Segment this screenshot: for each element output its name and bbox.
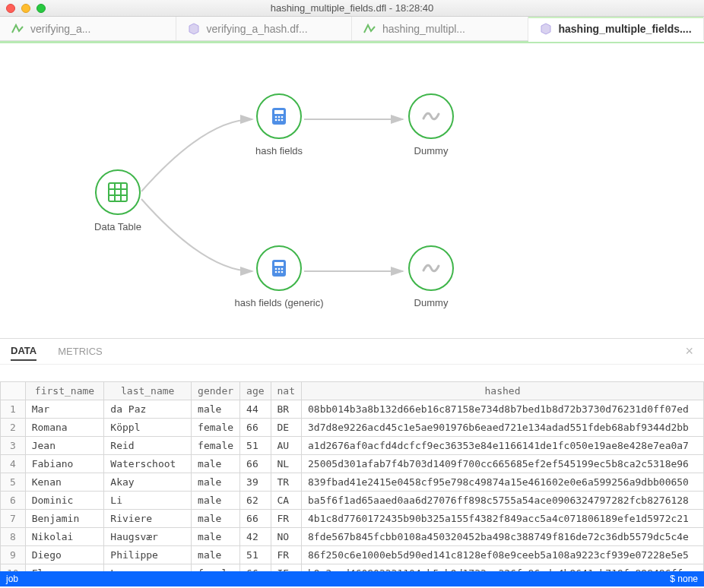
node-hash-fields[interactable]: hash fields	[245, 93, 313, 156]
svg-point-18	[278, 268, 281, 270]
table-cell: 42	[240, 528, 271, 546]
node-label: hash fields	[245, 145, 313, 156]
table-cell: a1d2676af0acfd4dcfcf9ec36353e84e1166141d…	[302, 437, 704, 455]
table-cell: BR	[271, 400, 301, 419]
panel-tab-metrics[interactable]: METRICS	[58, 343, 103, 360]
row-number: 6	[1, 492, 26, 510]
calculator-icon	[256, 93, 302, 139]
table-cell: AU	[271, 437, 301, 455]
node-label: Dummy	[397, 145, 465, 156]
row-number: 2	[1, 419, 26, 437]
svg-point-21	[278, 271, 281, 273]
row-number: 9	[1, 546, 26, 564]
node-label: hash fields (generic)	[222, 297, 336, 308]
data-table: first_name last_name gender age nat hash…	[0, 381, 704, 571]
table-cell: 3d7d8e9226acd45c1e5ae901976b6eaed721e134…	[302, 419, 704, 437]
tab-label: hashing_multipl...	[382, 23, 465, 35]
table-icon	[95, 169, 141, 215]
table-cell: CA	[271, 492, 301, 510]
table-cell: male	[192, 473, 240, 492]
table-cell: Romana	[25, 419, 104, 437]
tab-hashing-multiple-fields[interactable]: hashing_multiple_fields....	[528, 17, 705, 40]
node-label: Dummy	[397, 297, 465, 308]
table-cell: 66	[240, 510, 271, 528]
table-cell: FR	[271, 510, 301, 528]
table-cell: FR	[271, 546, 301, 564]
table-cell: female	[192, 419, 240, 437]
table-cell: DE	[271, 419, 301, 437]
table-cell: 86f250c6e1000eb5d90ed141c8128ef08e9ceeb5…	[302, 546, 704, 564]
table-row[interactable]: 5KenanAkaymale39TR839fbad41e2415e0458cf9…	[1, 473, 704, 492]
table-cell: da Paz	[104, 400, 192, 419]
table-row[interactable]: 1Marda Pazmale44BR08bb014b3a8b132d66eb16…	[1, 400, 704, 419]
table-cell: male	[192, 492, 240, 510]
table-cell: 8fde567b845fcbb0108a450320452ba498c38874…	[302, 528, 704, 546]
flow-icon	[11, 22, 24, 36]
svg-point-22	[281, 271, 284, 273]
table-cell: male	[192, 510, 240, 528]
panel-tab-data[interactable]: DATA	[11, 342, 36, 361]
table-row[interactable]: 2RomanaKöpplfemale66DE3d7d8e9226acd45c1e…	[1, 419, 704, 437]
table-row[interactable]: 8NikolaiHaugsværmale42NO8fde567b845fcbb0…	[1, 528, 704, 546]
window-titlebar: hashing_multiple_fields.dfl - 18:28:40	[0, 0, 704, 17]
table-cell: Köppl	[104, 419, 192, 437]
tab-verifying-a[interactable]: verifying_a...	[0, 17, 176, 40]
status-left[interactable]: job	[6, 574, 18, 584]
row-number: 1	[1, 400, 26, 419]
table-cell: Philippe	[104, 546, 192, 564]
col-age[interactable]: age	[240, 382, 271, 400]
data-sheet-scroll[interactable]: first_name last_name gender age nat hash…	[0, 365, 704, 571]
tab-label: verifying_a_hash.df...	[207, 23, 308, 35]
calculator-icon	[256, 245, 302, 291]
table-cell: male	[192, 455, 240, 473]
table-row[interactable]: 10FlorenceLarsonfemale66IEb9c2ccd4608033…	[1, 564, 704, 572]
col-last-name[interactable]: last_name	[104, 382, 192, 400]
table-cell: TR	[271, 473, 301, 492]
row-number: 8	[1, 528, 26, 546]
node-dummy-bottom[interactable]: Dummy	[397, 245, 465, 308]
svg-point-17	[275, 268, 277, 270]
table-cell: Larson	[104, 564, 192, 572]
panel-tabs: DATA METRICS ×	[0, 339, 704, 365]
table-cell: 51	[240, 437, 271, 455]
flow-canvas[interactable]: Data Table hash fields Dummy hash fields…	[0, 43, 704, 338]
table-cell: 839fbad41e2415e0458cf95e798c49874a15e461…	[302, 473, 704, 492]
svg-rect-8	[274, 110, 284, 114]
table-row[interactable]: 9DiegoPhilippemale51FR86f250c6e1000eb5d9…	[1, 546, 704, 564]
block-icon	[539, 22, 553, 36]
block-icon	[187, 22, 201, 36]
col-gender[interactable]: gender	[192, 382, 240, 400]
col-first-name[interactable]: first_name	[25, 382, 104, 400]
table-row[interactable]: 3JeanReidfemale51AUa1d2676af0acfd4dcfcf9…	[1, 437, 704, 455]
table-cell: Dominic	[25, 492, 104, 510]
table-cell: Haugsvær	[104, 528, 192, 546]
node-data-table[interactable]: Data Table	[84, 169, 152, 232]
status-bar: job $ none	[0, 571, 704, 586]
tab-hashing-multiple-flow[interactable]: hashing_multipl...	[352, 17, 528, 40]
svg-rect-2	[109, 183, 127, 201]
lower-panel: DATA METRICS × first_name last_name gend…	[0, 338, 704, 571]
svg-point-13	[278, 119, 281, 122]
table-cell: Mar	[25, 400, 104, 419]
table-cell: Fabiano	[25, 455, 104, 473]
table-cell: Waterschoot	[104, 455, 192, 473]
window-title: hashing_multiple_fields.dfl - 18:28:40	[0, 2, 704, 14]
tab-verifying-a-hash[interactable]: verifying_a_hash.df...	[176, 17, 353, 40]
node-dummy-top[interactable]: Dummy	[397, 93, 465, 156]
table-cell: 39	[240, 473, 271, 492]
node-hash-fields-generic[interactable]: hash fields (generic)	[222, 245, 336, 308]
table-cell: 4b1c8d7760172435b90b325a155f4382f849acc5…	[302, 510, 704, 528]
close-panel-button[interactable]: ×	[685, 343, 693, 359]
col-hashed[interactable]: hashed	[302, 382, 704, 400]
col-nat[interactable]: nat	[271, 382, 301, 400]
node-label: Data Table	[84, 221, 152, 232]
table-cell: Li	[104, 492, 192, 510]
table-row[interactable]: 6DominicLimale62CAba5f6f1ad65aaed0aa6d27…	[1, 492, 704, 510]
wave-icon	[408, 245, 454, 291]
table-row[interactable]: 4FabianoWaterschootmale66NL25005d301afab…	[1, 455, 704, 473]
table-cell: NL	[271, 455, 301, 473]
table-cell: b9c2ccd460803331104eb5cb9d1733ec326fa86e…	[302, 564, 704, 572]
table-row[interactable]: 7BenjaminRivieremale66FR4b1c8d7760172435…	[1, 510, 704, 528]
status-right[interactable]: $ none	[670, 574, 698, 584]
table-cell: Reid	[104, 437, 192, 455]
